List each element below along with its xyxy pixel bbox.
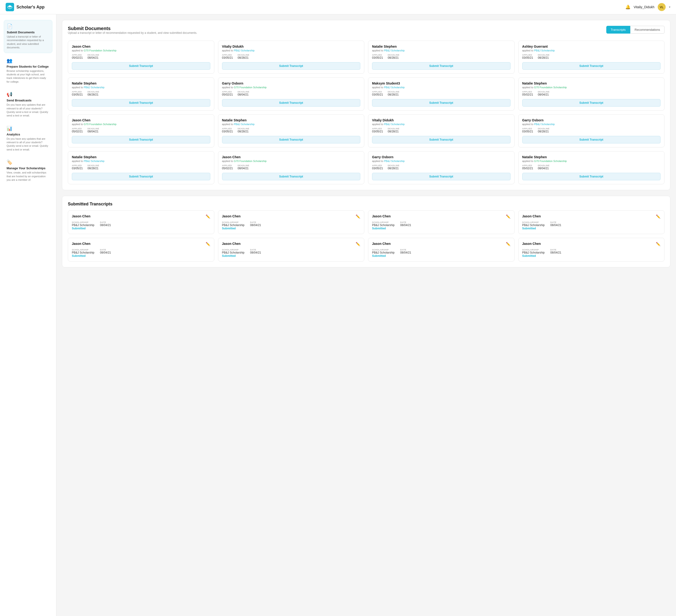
submitted-card: Jason Chen ✏️ SCHOLARSHIP PB&J Scholarsh…	[218, 238, 364, 262]
scholarship-link[interactable]: G70 Foundation Scholarship	[234, 86, 266, 89]
pending-card: Jason Chen applied to G70 Foundation Sch…	[68, 114, 214, 148]
scholarship-link[interactable]: G70 Foundation Scholarship	[234, 160, 266, 162]
card-student-name: Natalie Stephen	[372, 45, 510, 48]
sidebar-item-analytics[interactable]: 📊 Analytics Do you have any updates that…	[4, 122, 52, 155]
scholarship-label: SCHOLARSHIP	[222, 221, 244, 223]
submit-transcript-button[interactable]: Submit Transcript	[522, 136, 661, 144]
applied-label: APPLIED	[222, 54, 233, 56]
submit-transcript-button[interactable]: Submit Transcript	[522, 62, 661, 70]
submitted-info-row: SCHOLARSHIP PB&J Scholarship Submitted D…	[372, 221, 510, 230]
scholarship-link[interactable]: PB&J Scholarship	[234, 49, 255, 52]
submit-transcript-button[interactable]: Submit Transcript	[372, 99, 510, 107]
applied-date-col: APPLIED 03/05/21	[372, 54, 383, 59]
card-student-name: Garry Osborn	[222, 81, 360, 85]
card-student-name: Natalie Stephen	[72, 155, 210, 159]
submitted-student-name: Jason Chen	[372, 242, 391, 245]
submit-transcript-button[interactable]: Submit Transcript	[72, 136, 210, 144]
submit-transcript-button[interactable]: Submit Transcript	[372, 62, 510, 70]
edit-icon[interactable]: ✏️	[355, 242, 360, 246]
scholarship-link[interactable]: PB&J Scholarship	[234, 123, 255, 126]
dates-row: APPLIED 05/02/21 DEADLINE 08/04/21	[72, 54, 210, 59]
submit-transcript-button[interactable]: Submit Transcript	[522, 173, 661, 180]
tab-recommendations[interactable]: Recommendations	[630, 26, 665, 34]
submit-transcript-button[interactable]: Submit Transcript	[222, 173, 360, 180]
pending-card: Natalie Stephen applied to PB&J Scholars…	[218, 114, 364, 148]
submit-transcript-button[interactable]: Submit Transcript	[372, 173, 510, 180]
status-badge: Submitted	[72, 227, 94, 230]
submitted-info-row: SCHOLARSHIP PB&J Scholarship Submitted D…	[222, 221, 360, 230]
card-applied-to: applied to PB&J Scholarship	[522, 123, 661, 126]
edit-icon[interactable]: ✏️	[656, 214, 661, 219]
scholarship-link[interactable]: PB&J Scholarship	[384, 160, 405, 162]
submit-transcript-button[interactable]: Submit Transcript	[222, 99, 360, 107]
submitted-student-name: Jason Chen	[522, 242, 541, 245]
applied-date: 05/02/21	[522, 167, 533, 170]
applied-label: APPLIED	[522, 54, 533, 56]
submit-transcript-button[interactable]: Submit Transcript	[72, 62, 210, 70]
applied-label: APPLIED	[222, 91, 233, 93]
card-applied-to: applied to PB&J Scholarship	[222, 49, 360, 52]
applied-date-col: APPLIED 03/05/21	[522, 127, 533, 133]
tab-transcripts[interactable]: Transcripts	[606, 26, 630, 34]
submit-transcript-button[interactable]: Submit Transcript	[72, 173, 210, 180]
scholarship-link[interactable]: PB&J Scholarship	[84, 160, 105, 162]
deadline-date-col: DEADLINE 08/04/21	[237, 164, 249, 170]
submitted-info-row: SCHOLARSHIP PB&J Scholarship Submitted D…	[372, 248, 510, 258]
sidebar-item-submit-documents[interactable]: 📄 Submit Documents Upload a transcript o…	[4, 20, 52, 53]
sidebar-desc-prepare-students: Browse scholarship suggestions, students…	[7, 69, 50, 84]
pending-card: Natalie Stephen applied to PB&J Scholars…	[68, 77, 214, 111]
card-applied-to: applied to PB&J Scholarship	[522, 49, 661, 52]
applied-date-col: APPLIED 05/02/21	[72, 127, 83, 133]
sidebar-item-manage-scholarships[interactable]: 🏷️ Manage Your Scholarships View, create…	[4, 156, 52, 185]
submitted-date: 08/04/21	[400, 223, 411, 227]
edit-icon[interactable]: ✏️	[506, 214, 510, 219]
submitted-card: Jason Chen ✏️ SCHOLARSHIP PB&J Scholarsh…	[68, 210, 214, 234]
submitted-card-header: Jason Chen ✏️	[222, 242, 360, 246]
dates-row: APPLIED 03/05/21 DEADLINE 08/28/21	[522, 127, 661, 133]
edit-icon[interactable]: ✏️	[656, 242, 661, 246]
submitted-card-header: Jason Chen ✏️	[372, 214, 510, 219]
scholarship-link[interactable]: PB&J Scholarship	[384, 49, 405, 52]
submit-transcript-button[interactable]: Submit Transcript	[72, 99, 210, 107]
avatar[interactable]: VL	[658, 3, 666, 11]
deadline-date: 08/28/21	[88, 167, 99, 170]
edit-icon[interactable]: ✏️	[355, 214, 360, 219]
deadline-label: DEADLINE	[538, 127, 550, 130]
scholarship-link[interactable]: PB&J Scholarship	[534, 123, 555, 126]
submit-transcript-button[interactable]: Submit Transcript	[222, 136, 360, 144]
scholarship-link[interactable]: PB&J Scholarship	[384, 123, 405, 126]
scholarship-link[interactable]: PB&J Scholarship	[384, 86, 405, 89]
sidebar-label-submit-documents: Submit Documents	[7, 31, 49, 34]
pending-card: Natalie Stephen applied to PB&J Scholars…	[368, 41, 514, 74]
card-applied-to: applied to PB&J Scholarship	[372, 160, 510, 162]
notification-bell-icon[interactable]: 🔔	[625, 4, 630, 10]
sidebar-desc-analytics: Do you have any updates that are relevan…	[7, 137, 50, 152]
scholarship-link[interactable]: G70 Foundation Scholarship	[84, 49, 116, 52]
scholarship-link[interactable]: PB&J Scholarship	[84, 86, 105, 89]
sidebar-desc-manage-scholarships: View, create, and edit scholarships that…	[7, 171, 50, 182]
submit-transcript-button[interactable]: Submit Transcript	[522, 99, 661, 107]
sidebar-item-send-broadcasts[interactable]: 📢 Send Broadcasts Do you have any update…	[4, 88, 52, 121]
submit-transcript-button[interactable]: Submit Transcript	[372, 136, 510, 144]
scholarship-link[interactable]: PB&J Scholarship	[534, 49, 555, 52]
submit-transcript-button[interactable]: Submit Transcript	[222, 62, 360, 70]
deadline-date: 08/28/21	[538, 56, 550, 59]
scholarship-col: SCHOLARSHIP PB&J Scholarship Submitted	[222, 248, 244, 258]
scholarship-col: SCHOLARSHIP PB&J Scholarship Submitted	[522, 248, 545, 258]
edit-icon[interactable]: ✏️	[206, 214, 210, 219]
pending-card: Jason Chen applied to G70 Foundation Sch…	[68, 41, 214, 74]
edit-icon[interactable]: ✏️	[506, 242, 510, 246]
scholarship-link[interactable]: G70 Foundation Scholarship	[534, 86, 567, 89]
submitted-date: 08/04/21	[551, 223, 561, 227]
chevron-down-icon[interactable]: ▾	[669, 5, 670, 9]
deadline-label: DEADLINE	[237, 127, 249, 130]
applied-date: 03/05/21	[372, 130, 383, 133]
broadcast-icon: 📢	[7, 92, 50, 97]
card-student-name: Natalie Stephen	[522, 81, 661, 85]
sidebar-item-prepare-students[interactable]: 👥 Prepare Students for College Browse sc…	[4, 54, 52, 87]
scholarship-link[interactable]: G70 Foundation Scholarship	[84, 123, 116, 126]
applied-date-col: APPLIED 03/05/21	[372, 127, 383, 133]
edit-icon[interactable]: ✏️	[206, 242, 210, 246]
submitted-date: 08/04/21	[100, 223, 111, 227]
scholarship-link[interactable]: G70 Foundation Scholarship	[534, 160, 567, 162]
